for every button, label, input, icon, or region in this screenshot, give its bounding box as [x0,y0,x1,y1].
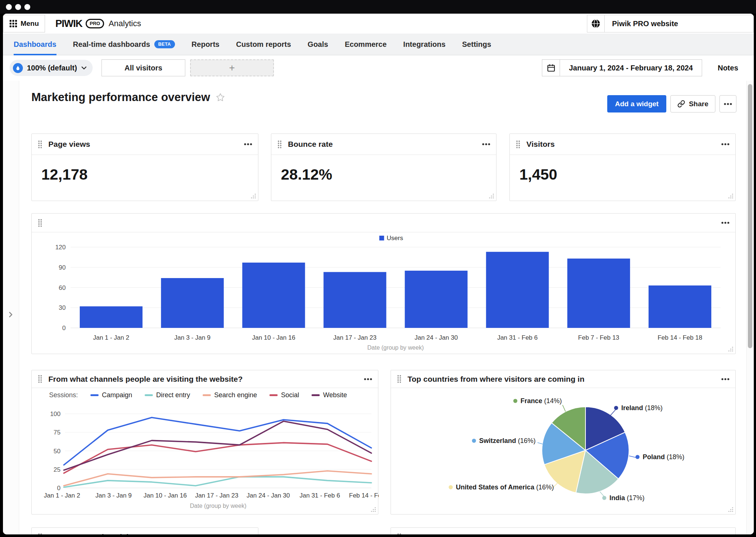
widget-menu-button[interactable] [482,143,490,145]
svg-text:75: 75 [54,429,61,436]
filter-bar: 100% (default) All visitors + January 1,… [3,55,754,81]
legend-swatch [269,394,278,396]
tab-dashboards[interactable]: Dashboards [14,34,56,55]
users-bar-chart: 0306090120UsersJan 1 - Jan 2Jan 3 - Jan … [32,232,735,354]
chevron-down-icon [81,66,87,70]
legend-item[interactable]: Social [269,391,299,399]
add-widget-button[interactable]: Add a widget [607,95,666,112]
tab-custom-reports[interactable]: Custom reports [236,34,291,55]
brand-piwik-text: PIWIK [55,18,82,30]
drag-handle-icon[interactable] [397,533,402,535]
svg-text:Jan 31 - Feb 6: Jan 31 - Feb 6 [300,492,340,499]
main-nav: Dashboards Real-time dashboards BETA Rep… [3,34,754,55]
notes-button[interactable]: Notes [702,59,754,76]
resize-handle-icon[interactable] [371,507,376,512]
widget-header: Visitors [510,134,735,155]
resize-handle-icon[interactable] [251,193,256,199]
share-button[interactable]: Share [670,95,715,112]
widget-header: Top countries from where visitors are co… [391,370,735,388]
svg-text:100: 100 [50,410,61,418]
three-dots-icon [724,103,732,105]
countries-pie-chart: Ireland (18%)Poland (18%)India (17%)Unit… [391,388,735,515]
widget-title: Visitors [526,140,555,149]
tab-settings[interactable]: Settings [462,34,491,55]
kpi-widget-bounce-rate: Bounce rate 28.12% [271,134,496,201]
drag-handle-icon[interactable] [38,375,42,383]
tab-label: Reports [192,40,220,49]
window-close-button[interactable] [6,4,12,10]
kpi-value: 28.12% [281,166,496,183]
date-range-label: January 1, 2024 - February 18, 2024 [560,60,702,76]
widget-menu-button[interactable] [721,378,729,380]
website-selector[interactable]: Piwik PRO website [587,15,754,32]
svg-text:Jan 3 - Jan 9: Jan 3 - Jan 9 [96,492,132,499]
favorite-star-icon[interactable] [216,93,225,102]
svg-text:India (17%): India (17%) [609,494,645,502]
tab-integrations[interactable]: Integrations [403,34,445,55]
globe-icon [587,15,605,32]
sample-rate-label: 100% (default) [27,64,77,72]
legend-item[interactable]: Search engine [203,391,257,399]
svg-text:Jan 17 - Jan 23: Jan 17 - Jan 23 [195,492,238,499]
date-range-picker[interactable]: January 1, 2024 - February 18, 2024 [542,59,702,76]
legend-item-label: Website [323,391,347,399]
segment-all-visitors-button[interactable]: All visitors [102,59,185,76]
website-selector-label: Piwik PRO website [605,15,678,32]
svg-text:0: 0 [62,325,66,332]
drag-handle-icon[interactable] [38,140,42,149]
legend-item[interactable]: Campaign [90,391,132,399]
page-title: Marketing performance overview [31,91,225,104]
users-bar-chart-widget: 0306090120UsersJan 1 - Jan 2Jan 3 - Jan … [31,213,736,354]
scrollbar-thumb[interactable] [748,84,752,348]
page-actions: Add a widget Share [607,95,736,112]
window-zoom-button[interactable] [24,4,30,10]
svg-text:United States of America (16%): United States of America (16%) [456,484,554,491]
widget-header: Page views [32,134,258,155]
resize-handle-icon[interactable] [728,346,733,352]
tab-goals[interactable]: Goals [307,34,328,55]
legend-item-label: Direct entry [156,391,190,399]
resize-handle-icon[interactable] [728,193,733,199]
drag-handle-icon[interactable] [397,375,402,383]
resize-handle-icon[interactable] [489,193,494,199]
kpi-widget-visitors: Visitors 1,450 [509,134,736,201]
legend-swatch [203,394,211,396]
share-button-label: Share [689,100,708,108]
sample-rate-selector[interactable]: 100% (default) [10,60,93,76]
widget-menu-button[interactable] [721,143,729,145]
vertical-scrollbar[interactable] [746,81,754,534]
svg-text:Jan 1 - Jan 2: Jan 1 - Jan 2 [93,334,129,341]
svg-text:Users: Users [387,235,403,242]
page-title-text: Marketing performance overview [31,91,210,104]
expand-sidebar-chevron-icon[interactable] [8,312,14,319]
widget-menu-button[interactable] [244,143,252,145]
svg-text:Jan 3 - Jan 9: Jan 3 - Jan 9 [174,334,210,341]
resize-handle-icon[interactable] [728,507,733,512]
page-more-menu-button[interactable] [719,95,736,112]
svg-text:Switzerland (16%): Switzerland (16%) [479,437,536,444]
legend-label: Sessions: [49,391,78,399]
add-segment-button[interactable]: + [190,59,274,76]
app-header: Menu PIWIK PRO Analytics Piwik PRO websi… [3,14,754,34]
svg-text:Feb 7 - Feb 13: Feb 7 - Feb 13 [578,334,619,341]
link-icon [677,100,685,108]
tab-label: Integrations [403,40,445,49]
beta-badge: BETA [154,40,175,48]
widget-menu-button[interactable] [364,378,372,380]
menu-button[interactable]: Menu [3,15,45,32]
svg-text:Jan 1 - Jan 2: Jan 1 - Jan 2 [44,492,80,499]
legend-item[interactable]: Direct entry [145,391,190,399]
tab-reports[interactable]: Reports [192,34,220,55]
tab-ecommerce[interactable]: Ecommerce [345,34,386,55]
drag-handle-icon[interactable] [277,140,282,149]
drag-handle-icon[interactable] [516,140,520,149]
widget-menu-button[interactable] [721,222,729,224]
brand-product-name: Analytics [109,19,141,28]
drag-handle-icon[interactable] [38,219,42,227]
legend-item[interactable]: Website [312,391,347,399]
brand-pro-badge: PRO [86,19,104,28]
window-minimize-button[interactable] [15,4,21,10]
window-titlebar [0,0,756,14]
tab-real-time-dashboards[interactable]: Real-time dashboards BETA [73,34,175,55]
drag-handle-icon[interactable] [38,533,42,535]
